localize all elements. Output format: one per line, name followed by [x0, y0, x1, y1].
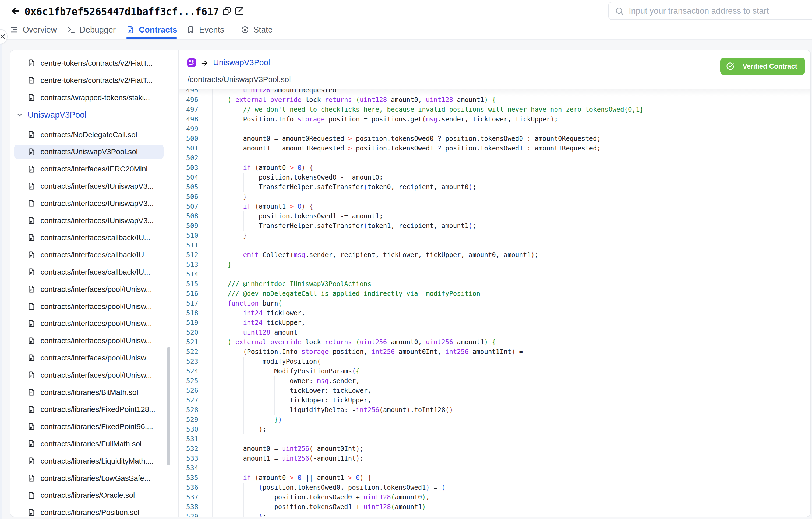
search-box [608, 2, 812, 20]
contract-name-link[interactable]: UniswapV3Pool [213, 58, 270, 67]
tab-events[interactable]: Events [186, 23, 224, 36]
file-icon [27, 165, 35, 173]
file-label: contracts/wrapped-tokens/staki... [40, 93, 150, 102]
sidebar-file-item[interactable]: contracts/UniswapV3Pool.sol [14, 144, 164, 159]
code-text: function burn( [212, 299, 282, 308]
sidebar-file-item[interactable]: contracts/interfaces/callback/IU... [14, 230, 164, 245]
sidebar-file-item[interactable]: contracts/wrapped-tokens/staki... [14, 90, 164, 105]
sidebar-file-item[interactable]: contracts/interfaces/pool/IUnisw... [14, 282, 164, 296]
code-text: position.tokensOwed0 -= amount0; [212, 172, 383, 182]
line-number: 517 [179, 299, 198, 308]
line-number: 498 [179, 114, 198, 124]
file-label: contracts/interfaces/pool/IUnisw... [40, 336, 152, 345]
search-input[interactable] [629, 6, 812, 16]
line-number: 509 [179, 221, 198, 231]
code-text: uint128 amount [212, 328, 297, 337]
sidebar-file-item[interactable]: contracts/libraries/BitMath.sol [14, 385, 164, 400]
code-text: // we don't need to checkTicks here, bec… [212, 105, 644, 114]
file-icon [27, 182, 35, 190]
file-label: contracts/interfaces/IUniswapV3... [40, 216, 154, 225]
sidebar-file-item[interactable]: contracts/libraries/FullMath.sol [14, 437, 164, 451]
line-number: 500 [179, 134, 198, 143]
code-line: 500 amount0 = amount0Requested > positio… [179, 134, 810, 143]
code-text: } [212, 192, 247, 201]
sidebar-file-item[interactable]: contracts/libraries/Oracle.sol [14, 488, 164, 502]
code-text: amount0 = uint256(-amount0Int); [212, 444, 364, 454]
line-number: 529 [179, 415, 198, 425]
line-number: 518 [179, 308, 198, 318]
indent-guide [228, 434, 228, 444]
external-link-icon[interactable] [235, 6, 244, 16]
code-text: ); [212, 425, 266, 434]
top-header: 0x6c1fb7ef5265447d1baff3cf...f617 Overvi… [0, 0, 812, 39]
sidebar-file-item[interactable]: centre-tokens/contracts/v2/FiatT... [14, 73, 164, 87]
copy-icon[interactable] [222, 6, 231, 16]
code-text: (position.tokensOwed0, position.tokensOw… [212, 483, 445, 492]
sidebar-file-item[interactable]: contracts/interfaces/callback/IU... [14, 265, 164, 279]
line-number: 502 [179, 153, 198, 163]
sidebar-scrollbar[interactable] [167, 347, 170, 465]
sidebar-file-item[interactable]: contracts/interfaces/callback/IU... [14, 248, 164, 262]
file-icon [27, 302, 35, 310]
line-number: 511 [179, 240, 198, 250]
line-number: 520 [179, 328, 198, 337]
line-number: 510 [179, 231, 198, 240]
code-viewer[interactable]: 495 uint128 amount1Requested496 ) extern… [179, 89, 810, 517]
file-label: contracts/interfaces/pool/IUnisw... [40, 285, 152, 294]
file-icon [27, 76, 35, 84]
code-line: 516 /// @dev noDelegateCall is applied i… [179, 289, 810, 299]
code-line: 498 Position.Info storage position = pos… [179, 114, 810, 124]
code-line: 529 }) [179, 415, 810, 425]
code-line: 513 } [179, 260, 810, 270]
sidebar-file-item[interactable]: contracts/interfaces/pool/IUnisw... [14, 316, 164, 331]
sidebar-file-item[interactable]: contracts/libraries/LowGasSafe... [14, 471, 164, 485]
sidebar-file-item[interactable]: contracts/interfaces/IUniswapV3... [14, 196, 164, 211]
code-line: 508 position.tokensOwed1 -= amount1; [179, 211, 810, 221]
sidebar-file-item[interactable]: contracts/interfaces/IERC20Mini... [14, 162, 164, 176]
sidebar-file-item[interactable]: contracts/interfaces/pool/IUnisw... [14, 299, 164, 313]
tab-label: Overview [23, 25, 57, 34]
code-line: 517 function burn( [179, 299, 810, 308]
sidebar-file-item[interactable]: contracts/libraries/LiquidityMath.... [14, 454, 164, 468]
file-icon [27, 131, 35, 139]
tab-debugger[interactable]: Debugger [67, 23, 116, 36]
sidebar-file-item[interactable]: contracts/libraries/FixedPoint128... [14, 402, 164, 416]
sidebar-file-item[interactable]: contracts/libraries/FixedPoint96.... [14, 419, 164, 434]
sidebar-tree-header[interactable]: UniswapV3Pool [14, 108, 164, 122]
line-number: 496 [179, 95, 198, 105]
file-label: contracts/interfaces/pool/IUnisw... [40, 371, 152, 380]
code-line: 523 _modifyPosition( [179, 357, 810, 366]
code-line: 527 tickUpper: tickUpper, [179, 395, 810, 405]
tab-label: Events [199, 25, 224, 34]
code-text: ) external override lock returns (uint12… [212, 95, 496, 105]
tab-state[interactable]: State [241, 23, 272, 36]
line-number: 519 [179, 318, 198, 328]
sidebar-file-item[interactable]: contracts/NoDelegateCall.sol [14, 128, 164, 142]
back-arrow-icon[interactable] [10, 6, 21, 17]
verified-contract-badge[interactable]: Verified Contract [720, 58, 805, 75]
tab-contracts[interactable]: Contracts [126, 23, 177, 36]
code-text: _modifyPosition( [212, 357, 321, 366]
sidebar-file-item[interactable]: contracts/libraries/Position.sol [14, 505, 164, 517]
contract-badge [187, 58, 196, 67]
sidebar-file-item[interactable]: contracts/interfaces/pool/IUnisw... [14, 333, 164, 348]
code-line: 518 int24 tickLower, [179, 308, 810, 318]
sidebar-file-item[interactable]: contracts/interfaces/IUniswapV3... [14, 214, 164, 228]
file-icon [27, 285, 35, 293]
sidebar-file-item[interactable]: centre-tokens/contracts/v2/FiatT... [14, 56, 164, 70]
file-label: contracts/interfaces/callback/IU... [40, 268, 150, 276]
line-number: 516 [179, 289, 198, 299]
indent-guide [228, 153, 228, 163]
sidebar-file-item[interactable]: contracts/interfaces/pool/IUnisw... [14, 351, 164, 365]
code-line: 497 // we don't need to checkTicks here,… [179, 105, 810, 114]
file-icon [27, 148, 35, 156]
sidebar-file-item[interactable]: contracts/interfaces/pool/IUnisw... [14, 368, 164, 382]
sidebar-file-item[interactable]: contracts/interfaces/IUniswapV3... [14, 179, 164, 193]
file-icon [27, 491, 35, 499]
file-icon [27, 457, 35, 465]
tab-overview[interactable]: Overview [10, 23, 57, 36]
line-number: 507 [179, 201, 198, 211]
code-text: amount0 = amount0Requested > position.to… [212, 134, 601, 143]
indent-guide [228, 463, 228, 473]
file-label: contracts/libraries/LowGasSafe... [40, 474, 150, 483]
